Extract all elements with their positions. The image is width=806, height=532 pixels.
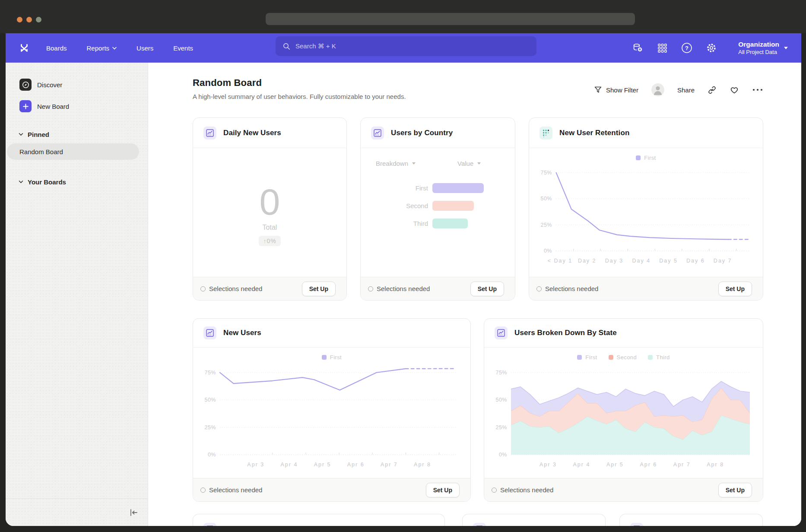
bar-second	[432, 201, 474, 211]
card-header[interactable]: Stacked Line Graph	[193, 514, 444, 526]
card-header[interactable]: Users Broken Down By State	[484, 319, 763, 348]
metric-value: 0	[260, 183, 280, 220]
svg-text:Apr 5: Apr 5	[314, 462, 331, 468]
card-body: Breakdown Value First	[361, 148, 515, 277]
svg-text:Day 6: Day 6	[686, 258, 705, 264]
card-active-users: Active Users	[619, 514, 763, 526]
svg-text:0%: 0%	[208, 452, 216, 458]
nav-item-events[interactable]: Events	[173, 44, 193, 52]
value-dropdown[interactable]: Value	[457, 160, 481, 167]
address-bar[interactable]	[266, 13, 635, 25]
more-options-icon[interactable]	[752, 88, 763, 92]
mixpanel-logo-icon[interactable]	[19, 43, 30, 53]
svg-text:< Day 1: < Day 1	[548, 258, 572, 264]
sidebar-item-new-board[interactable]: New Board	[6, 100, 148, 112]
copy-link-icon[interactable]	[708, 86, 717, 95]
avatar[interactable]	[651, 83, 664, 96]
card-title: Users Broken Down By State	[514, 329, 617, 337]
set-up-button[interactable]: Set Up	[426, 483, 460, 497]
window-minimize-button[interactable]	[26, 17, 32, 22]
breakdown-dropdown-label: Breakdown	[376, 160, 408, 167]
card-header[interactable]: Insights Report	[463, 514, 605, 526]
settings-gear-icon[interactable]	[706, 42, 717, 54]
country-bar-row: Second	[361, 201, 515, 211]
nav-item-users[interactable]: Users	[136, 44, 153, 52]
breakdown-dropdown[interactable]: Breakdown	[376, 160, 416, 167]
svg-text:Apr 6: Apr 6	[347, 462, 365, 468]
line-chart-icon	[203, 326, 216, 339]
legend-swatch	[648, 355, 653, 360]
card-title: New Users	[223, 329, 261, 337]
set-up-button[interactable]: Set Up	[302, 282, 336, 296]
svg-text:Day 4: Day 4	[632, 258, 651, 264]
window-zoom-button[interactable]	[36, 17, 41, 22]
chart-legend: First	[529, 155, 763, 161]
nav-item-reports[interactable]: Reports	[87, 44, 117, 52]
status-text: Selections needed	[500, 486, 553, 494]
legend-label: Third	[656, 354, 670, 361]
line-chart-icon	[203, 523, 216, 526]
card-daily-new-users: Daily New Users 0 Total ↑0% Selections n…	[193, 117, 347, 301]
bar-first	[432, 183, 484, 193]
sidebar: Discover New Board Pinned Random Board Y…	[6, 63, 148, 526]
sidebar-section-your-boards[interactable]: Your Boards	[6, 178, 148, 185]
card-header[interactable]: Active Users	[620, 514, 762, 526]
card-users-by-state: Users Broken Down By State First Second …	[484, 318, 763, 502]
window-close-button[interactable]	[17, 17, 22, 22]
card-header[interactable]: New User Retention	[529, 118, 763, 148]
status-circle-icon	[200, 286, 206, 291]
show-filter-button[interactable]: Show Filter	[594, 86, 638, 94]
browser-viewport: Boards Reports Users Events Search ⌘ + K	[6, 33, 801, 526]
set-up-button[interactable]: Set Up	[718, 483, 752, 497]
card-users-by-country: Users by Country Breakdown Value	[360, 117, 515, 301]
card-new-users: New Users First 75%50%25%0%Apr 3Apr 4Apr…	[193, 318, 471, 502]
nav-item-boards[interactable]: Boards	[46, 44, 67, 52]
svg-text:Apr 8: Apr 8	[414, 462, 431, 468]
share-button[interactable]: Share	[677, 86, 695, 94]
card-header[interactable]: New Users	[193, 319, 470, 348]
svg-text:25%: 25%	[540, 222, 552, 228]
data-management-icon[interactable]	[632, 42, 643, 54]
sidebar-item-discover[interactable]: Discover	[6, 79, 148, 91]
set-up-button[interactable]: Set Up	[718, 282, 752, 296]
svg-text:Apr 5: Apr 5	[606, 462, 624, 468]
svg-text:Apr 8: Apr 8	[707, 462, 724, 468]
svg-text:50%: 50%	[204, 397, 216, 403]
svg-text:50%: 50%	[540, 196, 552, 202]
sidebar-item-random-board[interactable]: Random Board	[7, 143, 139, 160]
board-header: Random Board A high-level summary of use…	[193, 77, 801, 100]
card-title: Daily New Users	[223, 129, 281, 137]
card-footer: Selections needed Set Up	[529, 277, 763, 300]
favorite-heart-icon[interactable]	[730, 86, 739, 94]
country-bar-row: First	[361, 183, 515, 193]
filter-funnel-icon	[594, 86, 602, 93]
status-text: Selections needed	[209, 285, 262, 292]
svg-text:Apr 7: Apr 7	[673, 462, 691, 468]
legend-swatch	[609, 355, 613, 360]
apps-grid-icon[interactable]	[657, 42, 668, 54]
status-circle-icon	[200, 488, 206, 493]
legend-swatch	[636, 155, 641, 160]
sidebar-section-pinned[interactable]: Pinned	[6, 131, 148, 138]
card-title: Insights Report	[493, 525, 547, 526]
retention-line-chart: 75%50%25%0%< Day 1Day 2Day 3Day 4Day 5Da…	[537, 162, 755, 266]
metric-delta-badge: ↑0%	[259, 236, 280, 246]
bar-third	[432, 218, 468, 228]
plus-icon	[19, 100, 32, 112]
legend-label: First	[330, 354, 342, 361]
collapse-sidebar-icon[interactable]	[128, 508, 139, 517]
card-body: 0 Total ↑0%	[193, 148, 346, 277]
card-header[interactable]: Daily New Users	[193, 118, 346, 148]
value-dropdown-label: Value	[457, 160, 473, 167]
nav-item-label: Reports	[87, 44, 110, 52]
bar-label: Third	[361, 220, 428, 227]
search-input[interactable]: Search ⌘ + K	[276, 36, 536, 56]
svg-text:25%: 25%	[204, 424, 216, 431]
svg-text:75%: 75%	[540, 170, 552, 176]
set-up-button[interactable]: Set Up	[470, 282, 504, 296]
card-body: First Second Third 75%50%25%0%Apr 3Apr 4…	[484, 348, 763, 478]
svg-text:Day 3: Day 3	[605, 258, 624, 264]
card-header[interactable]: Users by Country	[361, 118, 515, 148]
help-icon[interactable]: ?	[681, 42, 692, 54]
org-switcher[interactable]: Organization All Project Data	[738, 40, 788, 56]
